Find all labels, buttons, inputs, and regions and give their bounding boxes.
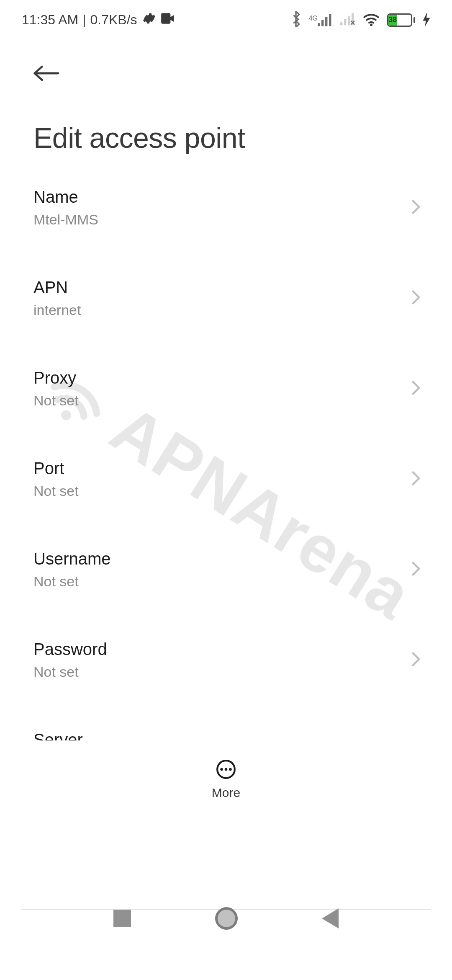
field-value: Mtel-MMS [33,211,393,228]
field-password[interactable]: Password Not set [33,615,421,705]
page-title: Edit access point [0,88,452,162]
status-separator: | [82,12,86,28]
field-label: Username [33,549,393,568]
field-proxy[interactable]: Proxy Not set [33,343,421,434]
chevron-right-icon [411,652,421,668]
svg-rect-6 [344,19,346,25]
field-label: Proxy [33,369,393,387]
system-nav-bar [0,889,452,948]
svg-point-11 [220,768,223,771]
status-net-speed: 0.7KB/s [90,12,137,28]
back-arrow-icon [33,64,59,82]
field-label: Password [33,640,393,659]
svg-rect-3 [325,17,327,26]
circle-icon [215,907,238,930]
chevron-right-icon [411,380,421,397]
svg-point-9 [370,23,372,26]
chevron-right-icon [411,471,421,487]
field-value: Not set [33,483,393,499]
field-value: Not set [33,573,393,590]
bluetooth-icon [290,11,301,29]
nav-home-button[interactable] [215,907,238,930]
svg-rect-2 [321,20,324,26]
svg-rect-4 [329,14,331,26]
chevron-right-icon [411,199,421,216]
signal-2-icon [340,13,355,27]
field-value: Not set [33,392,393,409]
status-bar: 11:35 AM | 0.7KB/s 4G 38 [0,0,452,40]
signal-1-icon: 4G [309,14,333,26]
settings-list: Name Mtel-MMS APN internet Proxy Not set… [0,162,452,812]
gear-icon [141,11,156,29]
svg-point-12 [225,768,228,771]
battery-icon: 38 [387,13,415,27]
svg-rect-7 [348,16,350,25]
triangle-left-icon [322,908,339,928]
back-button[interactable] [31,59,61,88]
nav-recent-button[interactable] [113,910,131,927]
charging-icon [423,12,430,28]
field-value: internet [33,302,393,318]
svg-rect-1 [318,23,320,26]
more-button[interactable]: More [212,759,240,800]
field-username[interactable]: Username Not set [33,524,421,615]
field-port[interactable]: Port Not set [33,434,421,524]
more-icon [216,759,236,780]
more-label: More [212,786,240,800]
status-time: 11:35 AM [22,12,78,28]
field-apn[interactable]: APN internet [33,253,421,343]
chevron-right-icon [411,290,421,307]
field-label: APN [33,278,393,297]
field-label: Name [33,188,393,206]
field-label: Port [33,459,393,478]
svg-point-13 [229,768,232,771]
camera-icon [160,12,176,28]
field-name[interactable]: Name Mtel-MMS [33,162,421,253]
field-value: Not set [33,664,393,680]
nav-back-button[interactable] [322,908,339,928]
app-bar [0,40,452,88]
wifi-icon [363,13,380,28]
square-icon [113,910,131,927]
bottom-action-bar: More [0,740,452,818]
chevron-right-icon [411,561,421,578]
svg-rect-5 [340,22,342,25]
